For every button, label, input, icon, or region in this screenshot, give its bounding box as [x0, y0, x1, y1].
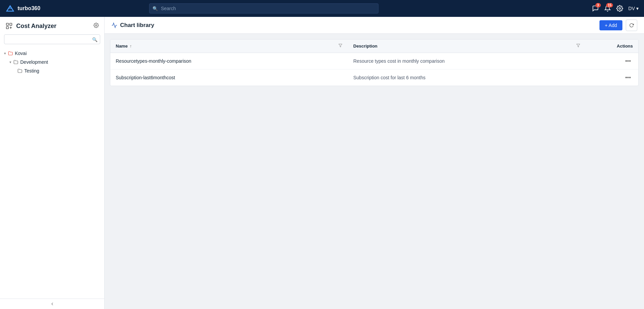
- svg-rect-4: [10, 23, 12, 25]
- sort-icon[interactable]: ↑: [130, 44, 132, 49]
- sidebar-search-input[interactable]: [4, 34, 100, 44]
- sidebar-item-development[interactable]: ▾ Development: [0, 58, 104, 66]
- sidebar-title-text: Cost Analyzer: [16, 23, 56, 30]
- global-search-container: 🔍: [149, 3, 379, 13]
- desc-filter-icon[interactable]: [576, 44, 580, 49]
- notifications-button[interactable]: 15: [604, 5, 611, 12]
- add-button[interactable]: + Add: [599, 20, 622, 30]
- settings-button[interactable]: [616, 5, 623, 12]
- svg-rect-3: [6, 23, 8, 25]
- sidebar: Cost Analyzer 🔍 ▾ Kovai: [0, 17, 105, 309]
- cell-name-1[interactable]: Subscription-last6monthcost: [110, 69, 348, 86]
- folder-icon: [8, 51, 13, 56]
- folder-icon: [13, 60, 18, 64]
- cell-actions-1: •••: [586, 69, 639, 86]
- topnav-actions: 3 15 DV ▾: [592, 5, 639, 12]
- chevron-left-icon: [50, 302, 55, 306]
- header-actions: + Add: [599, 20, 637, 31]
- sidebar-item-kovai[interactable]: ▾ Kovai: [0, 49, 104, 58]
- column-name-label: Name: [116, 44, 128, 49]
- column-header-name: Name ↑: [110, 39, 348, 53]
- table-body: Resourcetypes-monthly-comparisonResource…: [110, 53, 638, 86]
- sidebar-title-container: Cost Analyzer: [5, 22, 56, 30]
- global-search-input[interactable]: [149, 3, 379, 13]
- main-header: Chart library + Add: [105, 17, 644, 34]
- data-table: Name ↑: [110, 39, 638, 86]
- search-icon: 🔍: [152, 6, 158, 11]
- cell-name-0[interactable]: Resourcetypes-monthly-comparison: [110, 53, 348, 69]
- svg-point-2: [619, 8, 620, 9]
- gear-icon: [616, 5, 623, 12]
- messages-badge: 3: [595, 3, 601, 7]
- table-row: Resourcetypes-monthly-comparisonResource…: [110, 53, 638, 69]
- notifications-badge: 15: [606, 3, 613, 7]
- row-actions-button-1[interactable]: •••: [623, 74, 633, 81]
- svg-marker-8: [577, 44, 580, 47]
- table-row: Subscription-last6monthcostSubscription …: [110, 69, 638, 86]
- sidebar-item-kovai-label: Kovai: [15, 51, 27, 56]
- column-description-label: Description: [353, 44, 377, 49]
- top-navigation: turbo360 🔍 3 15 DV: [0, 0, 644, 17]
- cell-description-1: Subscription cost for last 6 months: [348, 69, 585, 86]
- chevron-down-icon: ▾: [4, 51, 6, 56]
- page-title-container: Chart library: [111, 22, 154, 29]
- logo-icon: [5, 4, 15, 13]
- sidebar-settings-button[interactable]: [93, 23, 99, 29]
- sidebar-item-testing[interactable]: Testing: [0, 66, 104, 75]
- user-chevron-icon: ▾: [636, 6, 639, 11]
- chart-library-table: Name ↑: [110, 39, 639, 86]
- refresh-icon: [629, 23, 634, 28]
- app-name: turbo360: [18, 5, 40, 11]
- table-header-row: Name ↑: [110, 39, 638, 53]
- user-initials: DV: [628, 6, 635, 11]
- row-actions-button-0[interactable]: •••: [623, 57, 633, 65]
- main-content: Chart library + Add: [105, 17, 644, 309]
- svg-marker-7: [339, 44, 342, 47]
- sidebar-header: Cost Analyzer: [0, 17, 104, 33]
- sidebar-tree: ▾ Kovai ▾ Development Testing: [0, 48, 104, 299]
- app-logo[interactable]: turbo360: [5, 4, 40, 13]
- column-actions-label: Actions: [617, 44, 633, 49]
- sidebar-item-testing-label: Testing: [24, 68, 39, 74]
- chart-library-icon: [111, 22, 117, 28]
- cost-analyzer-icon: [5, 22, 13, 30]
- name-filter-icon[interactable]: [338, 44, 342, 49]
- svg-rect-5: [6, 27, 8, 29]
- refresh-button[interactable]: [626, 20, 637, 31]
- page-title: Chart library: [120, 22, 154, 29]
- sidebar-search-container: 🔍: [0, 33, 104, 48]
- column-header-description: Description: [348, 39, 585, 53]
- cell-actions-0: •••: [586, 53, 639, 69]
- cell-description-0: Resource types cost in monthly compariso…: [348, 53, 585, 69]
- chevron-down-icon: ▾: [9, 60, 11, 64]
- sidebar-search-icon: 🔍: [92, 37, 97, 42]
- messages-button[interactable]: 3: [592, 5, 599, 12]
- sidebar-item-development-label: Development: [20, 59, 48, 65]
- svg-point-6: [95, 25, 97, 26]
- app-layout: Cost Analyzer 🔍 ▾ Kovai: [0, 17, 644, 309]
- user-menu-button[interactable]: DV ▾: [628, 6, 639, 11]
- sidebar-collapse-button[interactable]: [0, 299, 104, 309]
- folder-icon: [18, 68, 22, 73]
- sidebar-gear-icon: [93, 23, 99, 28]
- column-header-actions: Actions: [586, 39, 639, 53]
- table-area: Name ↑: [105, 34, 644, 309]
